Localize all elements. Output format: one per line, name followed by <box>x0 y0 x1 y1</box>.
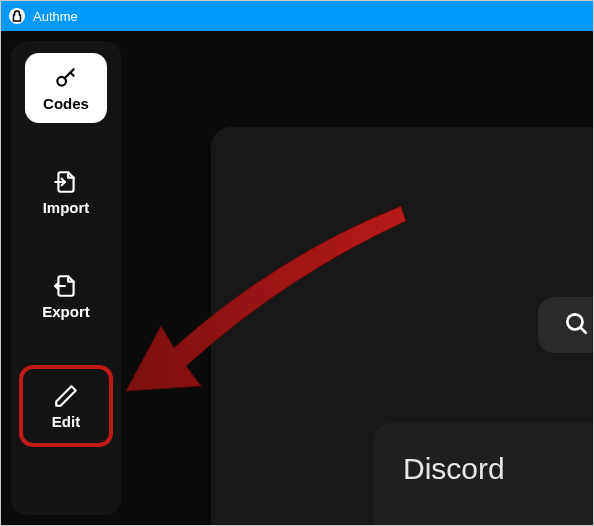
key-icon <box>53 65 79 91</box>
sidebar-item-label: Export <box>42 303 90 320</box>
import-icon <box>53 169 79 195</box>
sidebar-item-label: Import <box>43 199 90 216</box>
sidebar-item-codes[interactable]: Codes <box>25 53 107 123</box>
app-title: Authme <box>33 9 78 24</box>
app-body: Codes Import <box>1 31 593 525</box>
app-icon <box>9 8 25 24</box>
search-icon <box>563 310 589 340</box>
sidebar: Codes Import <box>11 41 121 515</box>
sidebar-item-export[interactable]: Export <box>25 261 107 331</box>
app-window: Authme Codes <box>0 0 594 526</box>
content-panel: Discord <box>211 127 593 525</box>
titlebar[interactable]: Authme <box>1 1 593 31</box>
sidebar-item-label: Codes <box>43 95 89 112</box>
account-card-title: Discord <box>403 452 593 486</box>
sidebar-item-label: Edit <box>52 413 80 430</box>
sidebar-item-import[interactable]: Import <box>25 157 107 227</box>
edit-highlight-box: Edit <box>19 365 113 447</box>
pencil-icon <box>53 383 79 409</box>
account-card-discord[interactable]: Discord <box>373 422 593 525</box>
search-button[interactable] <box>538 297 593 353</box>
export-icon <box>53 273 79 299</box>
main-area: Discord <box>121 31 593 525</box>
sidebar-item-edit[interactable]: Edit <box>25 371 107 441</box>
